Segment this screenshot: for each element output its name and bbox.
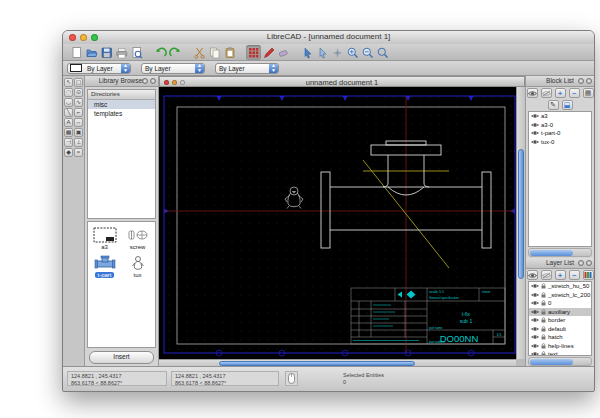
undo-button[interactable]	[153, 45, 168, 60]
edit-pen-button[interactable]	[261, 45, 276, 60]
document-window: unnamed document 1	[159, 76, 525, 367]
layer-list-item[interactable]: 0	[529, 299, 591, 308]
save-document-button[interactable]	[99, 45, 114, 60]
text-tool-button[interactable]: A	[64, 118, 73, 127]
lock-icon	[541, 351, 546, 356]
block-list-panel: Block List + − ▦ ✎ ⬓	[525, 76, 594, 258]
grid-icon	[247, 46, 260, 59]
image-tool-button[interactable]: ▣	[74, 128, 83, 137]
select-window-tool-button[interactable]: ▢	[74, 78, 83, 87]
open-document-button[interactable]	[84, 45, 99, 60]
dim-horizontal-tool-button[interactable]: ⊣	[64, 138, 73, 147]
grid-toggle-button[interactable]	[246, 45, 261, 60]
library-item-a3[interactable]: a3	[88, 226, 121, 250]
vertical-scroll-thumb[interactable]	[518, 149, 524, 279]
hide-all-layers-button[interactable]	[541, 270, 552, 280]
open-folder-icon	[85, 46, 98, 59]
library-item-t-part[interactable]: t-part	[88, 254, 121, 278]
insert-block-button[interactable]: ▦	[583, 88, 594, 98]
eraser-button[interactable]	[276, 45, 291, 60]
insert-button[interactable]: Insert	[89, 351, 154, 364]
freehand-tool-button[interactable]: ≈	[74, 148, 83, 157]
block-list-item[interactable]: t-part-0	[529, 129, 591, 138]
circle-tool-button[interactable]: ⊙	[74, 88, 83, 97]
pen-linetype-select[interactable]: By Layer ▲▼	[215, 63, 279, 74]
layer-list-item[interactable]: auxiliary	[529, 308, 591, 317]
layer-list-item[interactable]: help-lines	[529, 342, 591, 351]
zoom-auto-icon	[376, 46, 389, 59]
dimension-tool-button[interactable]: ↔	[74, 118, 83, 127]
deselect-pointer-button[interactable]	[315, 45, 330, 60]
layer-list-item[interactable]: hatch	[529, 333, 591, 342]
printer-icon	[115, 46, 128, 59]
library-item-tux[interactable]: tux	[121, 254, 154, 278]
layer-list-item[interactable]: border	[529, 316, 591, 325]
pen-color-select[interactable]: By Layer ▲▼	[67, 63, 131, 74]
spline-tool-button[interactable]: ∿	[74, 98, 83, 107]
svg-text:part name: part name	[429, 326, 443, 330]
add-layer-button[interactable]: +	[555, 270, 566, 280]
eye-icon	[528, 272, 537, 279]
hatch-tool-button[interactable]: ▦	[64, 128, 73, 137]
zoom-out-button[interactable]	[360, 45, 375, 60]
block-list-item[interactable]: a3	[529, 112, 591, 121]
cut-button[interactable]	[192, 45, 207, 60]
library-item-screw[interactable]: screw	[121, 226, 154, 250]
hide-all-blocks-button[interactable]	[541, 88, 552, 98]
zoom-in-button[interactable]	[345, 45, 360, 60]
pen-linetype-value: By Layer	[216, 65, 269, 72]
copy-button[interactable]	[207, 45, 222, 60]
dock-float-button[interactable]	[142, 78, 148, 84]
dock-close-button[interactable]	[150, 78, 156, 84]
block-list-hscroll-thumb[interactable]	[530, 250, 573, 256]
directories-box: Directories misc templates	[87, 89, 156, 219]
select-tool-button[interactable]: ↖	[64, 78, 73, 87]
minus-icon: −	[572, 272, 576, 279]
remove-block-button[interactable]: −	[569, 88, 580, 98]
eye-icon	[531, 309, 539, 315]
line-tool-button[interactable]: ╲	[64, 108, 73, 117]
select-pointer-button[interactable]	[300, 45, 315, 60]
dock-float-button[interactable]	[578, 78, 584, 84]
edit-block-button[interactable]: ✎	[548, 100, 559, 110]
directory-item[interactable]: templates	[88, 109, 155, 118]
block-list-item[interactable]: a3-0	[529, 121, 591, 130]
block-list-item[interactable]: tux-0	[529, 138, 591, 147]
title-bar[interactable]: LibreCAD - [unnamed document 1]	[63, 31, 594, 45]
arc-tool-button[interactable]: ◠	[64, 88, 73, 97]
document-title-bar[interactable]: unnamed document 1	[159, 76, 525, 87]
lock-icon	[541, 334, 546, 340]
paste-button[interactable]	[222, 45, 237, 60]
layer-list-item[interactable]: _stretch_lc_200	[529, 291, 591, 300]
block-list-hscrollbar[interactable]	[528, 248, 592, 257]
dock-float-button[interactable]	[578, 260, 584, 266]
eraser-icon	[277, 46, 290, 59]
layer-list-item[interactable]: _stretch_hu_50	[529, 282, 591, 291]
drawing-canvas[interactable]: scale 1:1 sheet General specification t-…	[159, 87, 516, 359]
layer-list-item[interactable]: text	[529, 350, 591, 356]
pen-width-select[interactable]: By Layer ▲▼	[141, 63, 205, 74]
popup-arrows-icon: ▲▼	[269, 64, 278, 73]
dock-close-button[interactable]	[586, 78, 592, 84]
add-block-button[interactable]: +	[555, 88, 566, 98]
show-all-blocks-button[interactable]	[527, 88, 538, 98]
print-button[interactable]	[114, 45, 129, 60]
zoom-auto-button[interactable]	[375, 45, 390, 60]
redo-button[interactable]	[168, 45, 183, 60]
new-document-button[interactable]	[69, 45, 84, 60]
edit-layer-button[interactable]	[583, 270, 594, 280]
canvas-vertical-scrollbar[interactable]	[516, 87, 525, 359]
measure-tool-button[interactable]: ◆	[64, 148, 73, 157]
arc3p-tool-button[interactable]: ◡	[64, 98, 73, 107]
dim-vertical-tool-button[interactable]: ⊥	[74, 138, 83, 147]
print-preview-button[interactable]	[129, 45, 144, 60]
remove-layer-button[interactable]: −	[569, 270, 580, 280]
layer-list-item[interactable]: default	[529, 325, 591, 334]
eye-icon	[531, 139, 539, 145]
polyline-tool-button[interactable]: ⌐	[74, 108, 83, 117]
dock-close-button[interactable]	[586, 260, 592, 266]
show-all-layers-button[interactable]	[527, 270, 538, 280]
directory-item[interactable]: misc	[88, 100, 155, 109]
save-block-button[interactable]: ⬓	[562, 100, 573, 110]
snap-button[interactable]	[330, 45, 345, 60]
